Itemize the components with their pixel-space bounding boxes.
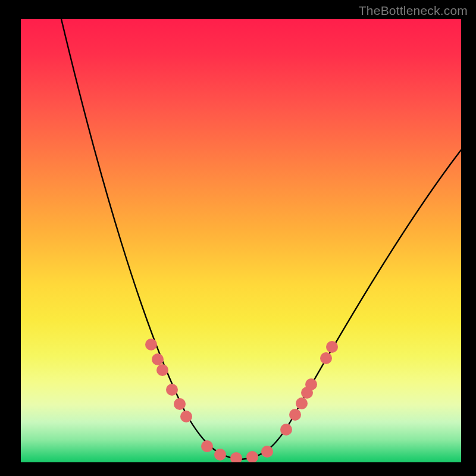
bottleneck-curve: [61, 19, 461, 459]
watermark-text: TheBottleneck.com: [359, 4, 468, 18]
data-marker: [145, 339, 157, 350]
data-marker: [320, 352, 332, 364]
chart-frame: TheBottleneck.com: [0, 0, 476, 476]
data-marker: [166, 384, 178, 396]
chart-svg: [21, 19, 461, 462]
plot-area: [21, 19, 461, 462]
data-marker: [180, 411, 192, 422]
data-marker: [280, 424, 292, 436]
data-marker: [201, 440, 213, 452]
data-marker: [296, 397, 308, 409]
data-marker: [305, 378, 317, 390]
data-marker: [156, 364, 168, 376]
data-marker: [152, 353, 164, 365]
marker-group: [145, 339, 338, 462]
data-marker: [174, 398, 186, 410]
data-marker: [326, 341, 338, 353]
data-marker: [214, 449, 226, 461]
data-marker: [289, 409, 301, 421]
data-marker: [246, 451, 258, 462]
data-marker: [261, 446, 273, 458]
data-marker: [230, 452, 242, 462]
